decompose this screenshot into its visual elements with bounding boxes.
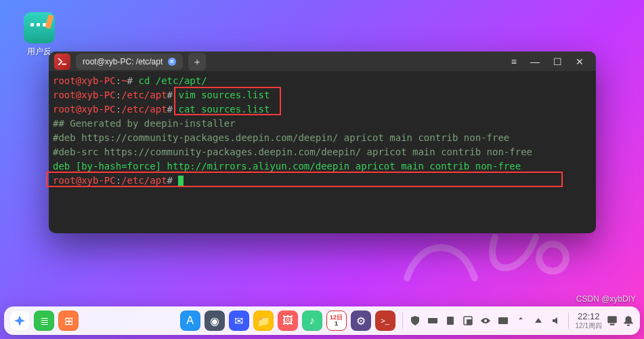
tray-screenshot-icon[interactable] xyxy=(463,315,473,326)
feedback-icon xyxy=(24,12,55,43)
dock-photos[interactable]: 🖼 xyxy=(278,311,298,331)
clock-time: 22:12 xyxy=(576,312,602,321)
svg-rect-1 xyxy=(428,318,437,323)
output-line: ## Generated by deepin-installer xyxy=(53,118,236,129)
svg-rect-7 xyxy=(610,324,615,325)
tray-usb-icon[interactable] xyxy=(515,315,526,326)
dock-separator xyxy=(402,313,403,329)
output-line: deb [by-hash=force] http://mirrors.aliyu… xyxy=(53,161,521,172)
dock-mail[interactable]: ✉ xyxy=(229,311,249,331)
close-button[interactable]: ✕ xyxy=(576,56,584,67)
dock-multitask[interactable]: ≣ xyxy=(34,311,54,331)
dock-terminal[interactable]: >_ xyxy=(375,311,395,331)
tab-active[interactable]: root@xyb-PC: /etc/apt ✕ xyxy=(76,54,183,70)
clock-date: 12/1周四 xyxy=(576,322,602,330)
dock-app-store[interactable]: A xyxy=(180,311,200,331)
tray-network-icon[interactable] xyxy=(533,315,544,326)
svg-point-0 xyxy=(539,244,566,271)
system-tray xyxy=(410,315,561,326)
terminal-app-icon xyxy=(54,54,70,70)
tray-onboard-icon[interactable] xyxy=(498,315,509,326)
dock-music[interactable]: ♪ xyxy=(302,311,322,331)
svg-rect-4 xyxy=(467,319,472,325)
dock-launcher[interactable] xyxy=(9,311,30,331)
new-tab-button[interactable]: + xyxy=(188,53,206,71)
terminal-body[interactable]: root@xyb-PC:~# cd /etc/apt/ root@xyb-PC:… xyxy=(49,71,596,233)
titlebar: root@xyb-PC: /etc/apt ✕ + ≡ — ☐ ✕ xyxy=(49,52,596,71)
dock-files[interactable]: 📁 xyxy=(253,311,274,331)
terminal-window: root@xyb-PC: /etc/apt ✕ + ≡ — ☐ ✕ root@x… xyxy=(49,52,596,233)
dock-clock[interactable]: 22:12 12/1周四 xyxy=(576,312,602,329)
terminal-cursor xyxy=(178,176,184,186)
desktop-icon-feedback[interactable]: 用户反 xyxy=(20,12,58,58)
dock-browser[interactable]: ◉ xyxy=(205,311,225,331)
dock-desktop-button[interactable] xyxy=(606,315,618,327)
svg-rect-6 xyxy=(607,316,617,323)
tray-keyboard-icon[interactable] xyxy=(427,315,438,326)
tab-close-icon[interactable]: ✕ xyxy=(168,58,176,66)
tray-eye-icon[interactable] xyxy=(480,315,491,326)
minimize-button[interactable]: — xyxy=(530,56,540,67)
dock-settings[interactable]: ⚙ xyxy=(351,311,371,331)
desktop-icon-label: 用户反 xyxy=(27,46,51,58)
output-line: #deb-src https://community-packages.deep… xyxy=(53,146,532,157)
svg-rect-5 xyxy=(498,317,508,324)
tray-volume-icon[interactable] xyxy=(551,315,561,326)
dock-calendar[interactable]: 12日 1 xyxy=(326,311,347,331)
dock-grid[interactable]: ⊞ xyxy=(58,311,79,331)
hamburger-menu-button[interactable]: ≡ xyxy=(511,56,517,67)
output-line: #deb https://community-packages.deepin.c… xyxy=(53,132,509,143)
watermark: CSDN @xybDIY xyxy=(576,294,636,304)
tray-clipboard-icon[interactable] xyxy=(445,315,456,326)
tab-title: root@xyb-PC: /etc/apt xyxy=(83,57,163,66)
dock: ≣ ⊞ A ◉ ✉ 📁 🖼 ♪ 12日 1 ⚙ >_ 22:12 12/1周四 xyxy=(4,306,640,335)
dock-notifications-button[interactable] xyxy=(622,315,635,327)
maximize-button[interactable]: ☐ xyxy=(553,56,562,67)
svg-rect-2 xyxy=(447,317,454,325)
prompt-host: root@xyb-PC xyxy=(53,75,116,86)
dock-separator xyxy=(568,313,569,329)
tray-shield-icon[interactable] xyxy=(410,315,421,326)
